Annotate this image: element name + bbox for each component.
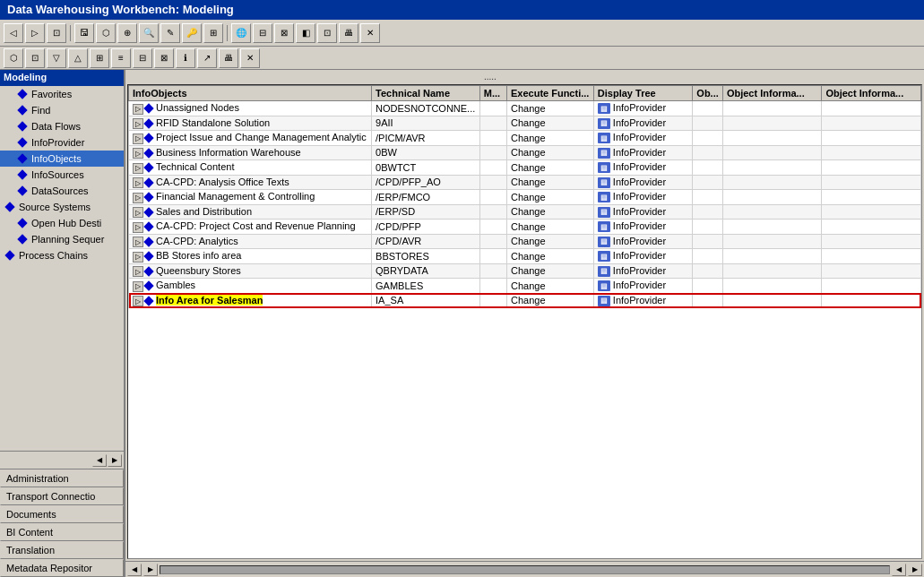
sidebar-item-favorites[interactable]: Favorites — [0, 86, 124, 102]
expand-icon[interactable]: ▷ — [133, 252, 143, 263]
scroll-right-btn[interactable]: ▶ — [143, 564, 158, 576]
sidebar-item-open-hub[interactable]: Open Hub Desti — [0, 215, 124, 231]
cell-execute: Change — [506, 145, 593, 160]
secondary-toolbar: ⬡ ⊡ ▽ △ ⊞ ≡ ⊟ ⊠ ℹ ↗ 🖶 ✕ — [0, 47, 924, 70]
sidebar-item-process-chains[interactable]: Process Chains — [0, 247, 124, 263]
sec-btn-8[interactable]: ⊠ — [154, 48, 174, 68]
toolbar-btn-6[interactable]: ⊕ — [117, 23, 137, 43]
sidebar-item-infoobjects[interactable]: InfoObjects — [0, 151, 124, 167]
cell-info2 — [822, 101, 921, 116]
toolbar-btn-15[interactable]: ⊡ — [317, 23, 337, 43]
sec-btn-6[interactable]: ≡ — [111, 48, 131, 68]
main-layout: Modeling FavoritesFindData FlowsInfoProv… — [0, 70, 924, 577]
table-row[interactable]: ▷Technical Content0BWTCTChange▤InfoProvi… — [129, 160, 921, 176]
expand-icon[interactable]: ▷ — [133, 118, 143, 129]
sec-btn-9[interactable]: ℹ — [176, 48, 195, 68]
toolbar-btn-4[interactable]: 🖫 — [74, 23, 94, 43]
col-obj-info1: Object Informa... — [722, 86, 822, 101]
expand-icon[interactable]: ▷ — [133, 266, 143, 277]
sidebar-item-datasources[interactable]: DataSources — [0, 183, 124, 199]
toolbar-btn-2[interactable]: ▷ — [25, 23, 45, 43]
toolbar-btn-7[interactable]: 🔍 — [139, 23, 159, 43]
toolbar-btn-11[interactable]: 🌐 — [231, 23, 251, 43]
col-display-tree: Display Tree — [593, 86, 693, 101]
toolbar-btn-13[interactable]: ⊠ — [274, 23, 294, 43]
sec-btn-1[interactable]: ⬡ — [4, 48, 23, 68]
table-row[interactable]: ▷BB Stores info areaBBSTORESChange▤InfoP… — [129, 249, 921, 264]
bottom-nav-bi-content[interactable]: BI Content — [0, 523, 124, 541]
expand-icon[interactable]: ▷ — [133, 207, 143, 218]
toolbar-btn-3[interactable]: ⊡ — [47, 23, 66, 43]
bottom-nav-administration[interactable]: Administration — [0, 469, 124, 487]
expand-icon[interactable]: ▷ — [133, 177, 143, 188]
scroll-left-btn[interactable]: ◀ — [127, 564, 142, 576]
toolbar-btn-5[interactable]: ⬡ — [96, 23, 116, 43]
bottom-nav-translation[interactable]: Translation — [0, 541, 124, 559]
horizontal-scroll-track[interactable] — [160, 565, 890, 574]
table-row[interactable]: ▷Business Information Warehouse0BWChange… — [129, 145, 921, 160]
bottom-nav-transport[interactable]: Transport Connectio — [0, 487, 124, 505]
expand-icon[interactable]: ▷ — [133, 237, 143, 247]
cell-display-tree: ▤InfoProvider — [593, 190, 693, 205]
table-row[interactable]: ▷Project Issue and Change Management Ana… — [129, 131, 921, 146]
table-row[interactable]: ▷Info Area for SalesmanIA_SAChange▤InfoP… — [129, 293, 921, 308]
table-row[interactable]: ▷RFID Standalone Solution9AIIChange▤Info… — [129, 116, 921, 131]
expand-icon[interactable]: ▷ — [133, 148, 143, 159]
sidebar-item-planning[interactable]: Planning Sequer — [0, 231, 124, 247]
scroll-right2-btn[interactable]: ◀ — [892, 564, 906, 576]
table-row[interactable]: ▷Unassigned NodesNODESNOTCONNE...Change▤… — [129, 101, 921, 116]
toolbar-btn-14[interactable]: ◧ — [296, 23, 315, 43]
toolbar-btn-10[interactable]: ⊞ — [203, 23, 223, 43]
sec-btn-3[interactable]: ▽ — [47, 48, 66, 68]
expand-icon[interactable]: ▷ — [133, 104, 143, 115]
table-row[interactable]: ▷Queensbury StoresQBRYDATAChange▤InfoPro… — [129, 263, 921, 279]
scroll-right[interactable]: ▶ — [108, 454, 122, 467]
table-row[interactable]: ▷CA-CPD: Analysis Office Texts/CPD/PFP_A… — [129, 175, 921, 190]
expand-icon[interactable]: ▷ — [133, 193, 143, 203]
sidebar-item-data-flows[interactable]: Data Flows — [0, 118, 124, 134]
sec-btn-4[interactable]: △ — [68, 48, 88, 68]
bottom-scrollbar[interactable]: ◀ ▶ ◀ ▶ — [125, 561, 924, 577]
toolbar-btn-16[interactable]: 🖶 — [339, 23, 358, 43]
sec-btn-2[interactable]: ⊡ — [25, 48, 45, 68]
table-row[interactable]: ▷CA-CPD: Project Cost and Revenue Planni… — [129, 220, 921, 235]
sidebar-item-infoprovider[interactable]: InfoProvider — [0, 134, 124, 151]
left-scroll[interactable]: ◀ ▶ — [0, 451, 124, 469]
table-row[interactable]: ▷GamblesGAMBLESChange▤InfoProvider — [129, 279, 921, 294]
cell-display-tree: ▤InfoProvider — [593, 204, 693, 220]
scroll-right3-btn[interactable]: ▶ — [908, 564, 922, 576]
cell-m — [479, 145, 506, 160]
sec-btn-5[interactable]: ⊞ — [90, 48, 109, 68]
table-row[interactable]: ▷Financial Management & Controlling/ERP/… — [129, 190, 921, 205]
sec-btn-10[interactable]: ↗ — [197, 48, 217, 68]
expand-icon[interactable]: ▷ — [133, 133, 143, 144]
cell-info1 — [722, 293, 822, 308]
sidebar-item-find[interactable]: Find — [0, 102, 124, 118]
nav-label-planning: Planning Sequer — [31, 234, 104, 245]
row-diamond-icon — [143, 103, 153, 113]
cell-info1 — [722, 279, 822, 294]
bottom-nav-documents[interactable]: Documents — [0, 505, 124, 523]
sec-btn-11[interactable]: 🖶 — [219, 48, 238, 68]
row-name-label: Business Information Warehouse — [156, 147, 301, 158]
scroll-left[interactable]: ◀ — [92, 454, 107, 467]
toolbar-btn-12[interactable]: ⊟ — [253, 23, 272, 43]
toolbar-btn-9[interactable]: 🔑 — [182, 23, 202, 43]
sec-btn-7[interactable]: ⊟ — [133, 48, 152, 68]
toolbar-btn-8[interactable]: ✎ — [160, 23, 180, 43]
table-row[interactable]: ▷Sales and Distribution/ERP/SDChange▤Inf… — [129, 204, 921, 220]
cell-info2 — [822, 116, 921, 131]
toolbar-btn-1[interactable]: ◁ — [4, 23, 23, 43]
expand-icon[interactable]: ▷ — [133, 163, 143, 174]
display-tree-icon: ▤ — [598, 251, 610, 262]
table-container[interactable]: InfoObjects Technical Name M... Execute … — [127, 84, 922, 559]
bottom-nav-metadata[interactable]: Metadata Repositor — [0, 559, 124, 577]
table-row[interactable]: ▷CA-CPD: Analytics/CPD/AVRChange▤InfoPro… — [129, 234, 921, 249]
sidebar-item-source-systems[interactable]: Source Systems — [0, 199, 124, 215]
expand-icon[interactable]: ▷ — [133, 296, 143, 306]
expand-icon[interactable]: ▷ — [133, 281, 143, 292]
sec-btn-close[interactable]: ✕ — [240, 48, 260, 68]
toolbar-close[interactable]: ✕ — [360, 23, 380, 43]
expand-icon[interactable]: ▷ — [133, 222, 143, 233]
sidebar-item-infosources[interactable]: InfoSources — [0, 167, 124, 183]
